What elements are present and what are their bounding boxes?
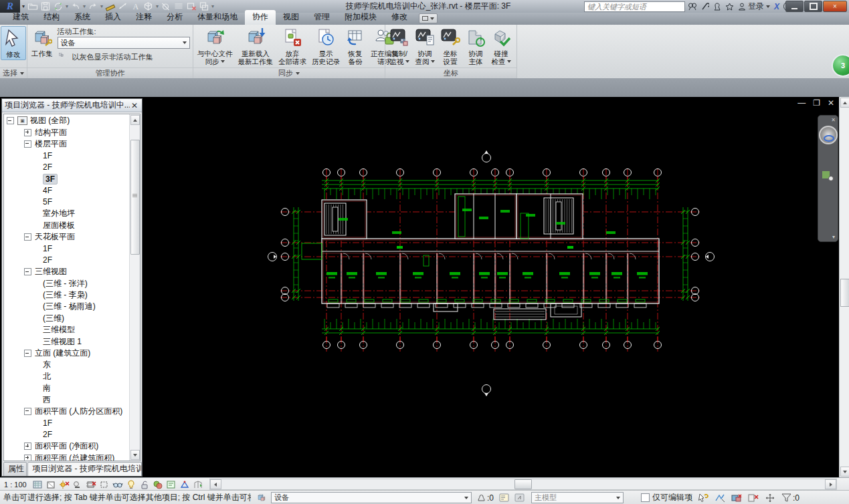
sign-in-label[interactable]: 登录 — [748, 1, 764, 12]
steering-wheel-icon[interactable] — [819, 126, 838, 144]
worksharing-display-icon[interactable] — [153, 479, 164, 489]
favorites-star-icon[interactable] — [725, 3, 734, 11]
worksets-button[interactable]: 工作集 — [29, 26, 55, 59]
tree-item-结构平面[interactable]: 结构平面 — [4, 126, 130, 138]
copy-monitor-button[interactable]: 复制/监视 — [387, 26, 411, 67]
expand-icon[interactable] — [24, 129, 31, 136]
editable-only-control[interactable]: 仅可编辑项 — [641, 492, 692, 503]
minimize-button[interactable] — [785, 1, 804, 12]
relinquish-button[interactable]: 放弃全部请求 — [276, 26, 308, 67]
restore-backup-button[interactable]: 恢复备份 — [343, 26, 367, 67]
tree-item-label[interactable]: 三维模型 — [43, 324, 75, 336]
project-browser-close-icon[interactable]: ✕ — [130, 101, 139, 110]
tree-item-5F[interactable]: 5F — [4, 197, 130, 208]
panel-select-label[interactable]: 选择 — [0, 68, 27, 78]
tree-item-label[interactable]: 3F — [43, 174, 58, 184]
collapse-icon[interactable] — [24, 233, 31, 241]
tree-item-label[interactable]: 视图 (全部) — [30, 115, 70, 126]
tree-item-label[interactable]: (三维) — [43, 313, 64, 324]
collapse-icon[interactable] — [24, 268, 31, 275]
ribbon-tab-附加模块[interactable]: 附加模块 — [337, 10, 384, 25]
search-icon[interactable] — [688, 2, 697, 11]
tree-item-label[interactable]: 2F — [43, 430, 52, 439]
expand-icon[interactable] — [24, 455, 31, 461]
gray-inactive-worksets-toggle[interactable]: 以灰色显示非活动工作集 — [58, 51, 190, 63]
option-pick-icon[interactable] — [514, 493, 525, 502]
tree-item-label[interactable]: 三维视图 — [35, 266, 67, 277]
history-button[interactable]: 显示历史记录 — [310, 26, 342, 67]
tree-item-label[interactable]: 南 — [43, 382, 51, 394]
vertical-scrollbar[interactable] — [839, 97, 849, 477]
tree-item-北[interactable]: 北 — [4, 371, 130, 382]
reload-latest-button[interactable]: 重新载入最新工作集 — [236, 26, 276, 67]
active-workset-select[interactable]: 设备 — [58, 37, 190, 49]
tree-item-屋面楼板[interactable]: 屋面楼板 — [4, 220, 130, 231]
ribbon-tab-插入[interactable]: 插入 — [98, 10, 128, 25]
tree-item-室外地坪[interactable]: 室外地坪 — [4, 208, 130, 219]
worksharing-display-toggle-icon[interactable] — [731, 493, 743, 503]
coord-review-button[interactable]: 协调查阅 — [413, 26, 437, 67]
tree-item-西[interactable]: 西 — [4, 394, 130, 405]
application-menu-arrow-icon[interactable]: ▾ — [22, 3, 25, 9]
maximize-button[interactable] — [804, 1, 822, 12]
tab-project-browser[interactable]: 项目浏览器 - 技师学院机电培训... — [27, 462, 142, 476]
design-options-icon[interactable] — [499, 493, 509, 502]
editing-requests-icon[interactable]: :0 — [477, 493, 494, 503]
navbar-close-icon[interactable]: ✕ — [831, 117, 836, 123]
scroll-left-arrow[interactable] — [210, 479, 221, 489]
scroll-right-arrow[interactable] — [825, 479, 836, 489]
tree-scrollbar[interactable] — [129, 114, 140, 461]
tree-item-label[interactable]: (三维 - 张洋) — [43, 278, 88, 289]
tree-item-label[interactable]: (三维 - 李枭) — [43, 289, 88, 301]
tree-item-南[interactable]: 南 — [4, 382, 130, 394]
tree-item-2F[interactable]: 2F — [4, 429, 130, 440]
tab-properties[interactable]: 属性 — [3, 462, 27, 476]
exchange-apps-icon[interactable]: X — [774, 2, 779, 11]
collapse-icon[interactable] — [24, 350, 31, 357]
tree-item-天花板平面[interactable]: 天花板平面 — [4, 231, 130, 243]
exclude-options-icon[interactable] — [748, 493, 759, 503]
tree-item-label[interactable]: 西 — [43, 394, 51, 406]
select-toggle-icon[interactable] — [698, 493, 709, 503]
tree-item-label[interactable]: 1F — [43, 151, 52, 160]
close-button[interactable]: × — [823, 1, 847, 12]
ribbon-tab-注释[interactable]: 注释 — [128, 10, 159, 25]
tree-item-label[interactable]: 面积平面 (人防分区面积) — [35, 406, 122, 417]
tree-item-2F[interactable]: 2F — [4, 162, 130, 173]
tree-item-label[interactable]: 4F — [43, 186, 52, 195]
view-close-icon[interactable]: ✕ — [828, 98, 834, 108]
tree-scroll-down-arrow[interactable] — [130, 450, 140, 460]
ribbon-tab-体量和场地[interactable]: 体量和场地 — [190, 10, 245, 25]
drag-elements-icon[interactable] — [715, 493, 726, 503]
unlocked-view-icon[interactable] — [139, 479, 151, 489]
qat-dropdown-arrow-icon[interactable]: ▾ — [156, 3, 159, 9]
filter-icon[interactable]: :0 — [781, 493, 799, 503]
tree-item-label[interactable]: 三维视图 1 — [43, 336, 82, 348]
scroll-down-arrow[interactable] — [840, 467, 849, 477]
scale-button[interactable]: 1 : 100 — [4, 481, 27, 489]
press-drag-icon[interactable] — [765, 493, 776, 503]
reveal-hidden-icon[interactable] — [126, 479, 137, 489]
sign-in-icon[interactable]: 登录 — [738, 1, 770, 12]
tree-item-东[interactable]: 东 — [4, 359, 130, 370]
displacement-sets-icon[interactable] — [193, 479, 204, 489]
interference-button[interactable]: 碰撞检查 — [489, 26, 513, 67]
qat-dropdown-arrow-icon[interactable]: ▾ — [66, 3, 68, 9]
ribbon-tab-建筑[interactable]: 建筑 — [5, 10, 36, 25]
tree-item-3F[interactable]: 3F — [4, 173, 130, 184]
tree-item-4F[interactable]: 4F — [4, 184, 130, 196]
sign-in-arrow-icon[interactable] — [766, 5, 770, 8]
project-browser-titlebar[interactable]: 项目浏览器 - 技师学院机电培训中... ✕ — [2, 99, 142, 112]
view-restore-icon[interactable]: ❐ — [813, 98, 820, 108]
tree-item-楼层平面[interactable]: 楼层平面 — [4, 138, 130, 150]
ribbon-tab-视图[interactable]: 视图 — [276, 10, 306, 25]
tree-item-label[interactable]: 东 — [43, 359, 51, 370]
sun-path-off-icon[interactable] — [59, 479, 70, 489]
temporary-hide-icon[interactable] — [112, 479, 124, 489]
tree-item-label[interactable]: 2F — [43, 255, 52, 265]
tree-item--三维-张洋-[interactable]: (三维 - 张洋) — [4, 277, 130, 289]
tree-item-三维视图-1[interactable]: 三维视图 1 — [4, 336, 130, 347]
tree-item-立面-建筑立面-[interactable]: 立面 (建筑立面) — [4, 348, 130, 359]
tree-item-1F[interactable]: 1F — [4, 417, 130, 428]
ribbon-state-toggle[interactable] — [419, 13, 438, 23]
